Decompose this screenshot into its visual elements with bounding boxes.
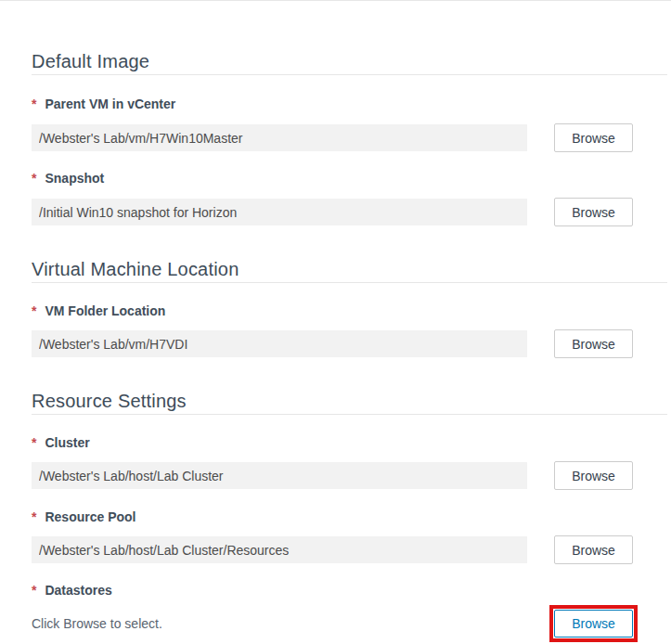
annotation-highlight-box: Browse [549,605,638,642]
section-title-vm-location: Virtual Machine Location [32,257,667,283]
required-asterisk: * [32,583,36,599]
field-row-datastores: Click Browse to select. Browse [32,605,667,642]
field-row-vm-folder: Browse [32,329,667,358]
resource-pool-browse-button[interactable]: Browse [554,535,633,564]
section-title-resource-settings: Resource Settings [32,389,667,415]
snapshot-input[interactable] [32,199,527,225]
field-label-text: Resource Pool [45,509,135,525]
required-asterisk: * [32,509,36,525]
required-asterisk: * [32,171,36,187]
required-asterisk: * [32,303,36,319]
datastores-hint-text: Click Browse to select. [32,616,162,632]
field-row-parent-vm: Browse [32,123,667,152]
cluster-input[interactable] [32,462,527,489]
datastores-browse-button[interactable]: Browse [554,610,633,638]
section-title-default-image: Default Image [32,49,667,75]
field-label-text: Parent VM in vCenter [45,97,175,112]
field-label-datastores: * Datastores [32,583,667,599]
field-row-snapshot: Browse [32,198,667,226]
field-row-resource-pool: Browse [32,535,667,564]
required-asterisk: * [32,435,36,451]
field-label-text: Snapshot [45,171,104,187]
parent-vm-browse-button[interactable]: Browse [554,123,633,152]
field-label-snapshot: * Snapshot [32,171,667,187]
cluster-browse-button[interactable]: Browse [554,461,633,490]
provisioning-settings-form: Default Image * Parent VM in vCenter Bro… [0,49,671,642]
field-label-vm-folder: * VM Folder Location [32,303,667,319]
required-asterisk: * [32,97,36,112]
resource-pool-input[interactable] [32,536,527,563]
field-label-text: VM Folder Location [45,303,165,319]
field-label-resource-pool: * Resource Pool [32,509,667,525]
field-label-text: Cluster [45,435,89,451]
vm-folder-input[interactable] [32,330,527,357]
field-row-cluster: Browse [32,461,667,490]
field-label-cluster: * Cluster [32,435,667,451]
field-label-text: Datastores [45,583,111,599]
vm-folder-browse-button[interactable]: Browse [554,329,633,358]
field-label-parent-vm: * Parent VM in vCenter [32,97,667,112]
parent-vm-input[interactable] [32,124,527,151]
snapshot-browse-button[interactable]: Browse [554,198,633,226]
